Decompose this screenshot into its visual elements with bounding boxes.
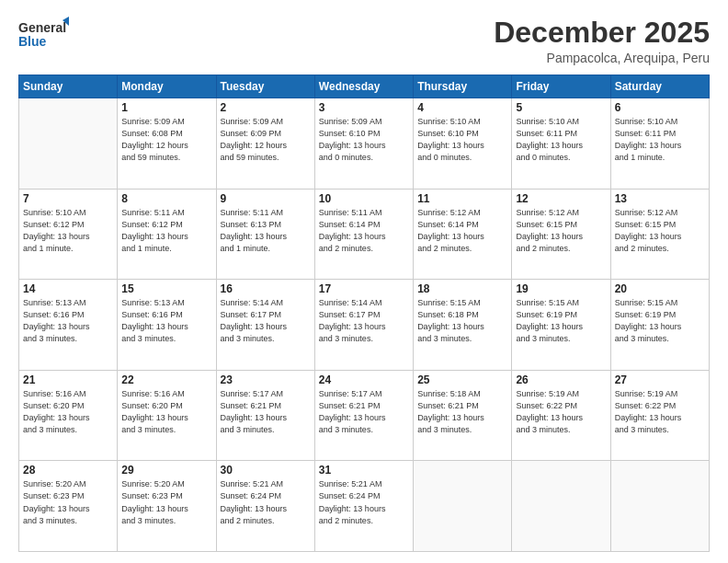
day-info: Sunrise: 5:09 AMSunset: 6:09 PMDaylight:… — [221, 116, 311, 164]
weekday-header: Sunday — [19, 75, 118, 98]
day-info: Sunrise: 5:15 AMSunset: 6:18 PMDaylight:… — [417, 297, 507, 345]
calendar-cell: 13Sunrise: 5:12 AMSunset: 6:15 PMDayligh… — [610, 189, 709, 280]
calendar-cell: 20Sunrise: 5:15 AMSunset: 6:19 PMDayligh… — [610, 280, 709, 371]
day-info: Sunrise: 5:10 AMSunset: 6:10 PMDaylight:… — [417, 116, 507, 164]
day-info: Sunrise: 5:19 AMSunset: 6:22 PMDaylight:… — [615, 388, 705, 436]
calendar-cell: 7Sunrise: 5:10 AMSunset: 6:12 PMDaylight… — [19, 189, 118, 280]
day-info: Sunrise: 5:10 AMSunset: 6:12 PMDaylight:… — [23, 207, 113, 255]
sub-title: Pampacolca, Arequipa, Peru — [494, 51, 710, 65]
calendar-week-row: 7Sunrise: 5:10 AMSunset: 6:12 PMDaylight… — [19, 189, 710, 280]
logo-general: General — [18, 20, 66, 35]
calendar-cell: 27Sunrise: 5:19 AMSunset: 6:22 PMDayligh… — [610, 370, 709, 461]
calendar-cell: 23Sunrise: 5:17 AMSunset: 6:21 PMDayligh… — [216, 370, 314, 461]
weekday-header: Monday — [118, 75, 216, 98]
day-info: Sunrise: 5:19 AMSunset: 6:22 PMDaylight:… — [516, 388, 606, 436]
day-info: Sunrise: 5:10 AMSunset: 6:11 PMDaylight:… — [516, 116, 606, 164]
calendar-cell: 1Sunrise: 5:09 AMSunset: 6:08 PMDaylight… — [118, 98, 216, 190]
day-number: 24 — [319, 373, 409, 386]
main-title: December 2025 — [494, 17, 710, 49]
day-number: 23 — [221, 373, 311, 386]
day-number: 1 — [121, 101, 211, 114]
day-number: 7 — [23, 192, 113, 205]
day-number: 28 — [23, 464, 113, 477]
day-info: Sunrise: 5:16 AMSunset: 6:20 PMDaylight:… — [121, 388, 211, 436]
day-info: Sunrise: 5:12 AMSunset: 6:15 PMDaylight:… — [615, 207, 705, 255]
calendar-cell: 8Sunrise: 5:11 AMSunset: 6:12 PMDaylight… — [118, 189, 216, 280]
calendar-cell: 11Sunrise: 5:12 AMSunset: 6:14 PMDayligh… — [414, 189, 512, 280]
day-info: Sunrise: 5:15 AMSunset: 6:19 PMDaylight:… — [615, 297, 705, 345]
day-number: 5 — [516, 101, 606, 114]
calendar-week-row: 1Sunrise: 5:09 AMSunset: 6:08 PMDaylight… — [19, 98, 710, 190]
day-number: 13 — [615, 192, 705, 205]
day-number: 4 — [417, 101, 507, 114]
day-info: Sunrise: 5:14 AMSunset: 6:17 PMDaylight:… — [319, 297, 409, 345]
day-info: Sunrise: 5:21 AMSunset: 6:24 PMDaylight:… — [319, 478, 409, 526]
calendar-cell: 30Sunrise: 5:21 AMSunset: 6:24 PMDayligh… — [216, 461, 314, 552]
day-info: Sunrise: 5:11 AMSunset: 6:12 PMDaylight:… — [121, 207, 211, 255]
calendar-cell: 28Sunrise: 5:20 AMSunset: 6:23 PMDayligh… — [19, 461, 118, 552]
day-number: 22 — [121, 373, 211, 386]
calendar-cell: 19Sunrise: 5:15 AMSunset: 6:19 PMDayligh… — [512, 280, 610, 371]
day-number: 9 — [221, 192, 311, 205]
calendar-cell: 31Sunrise: 5:21 AMSunset: 6:24 PMDayligh… — [314, 461, 413, 552]
title-block: December 2025 Pampacolca, Arequipa, Peru — [494, 17, 710, 65]
day-number: 26 — [516, 373, 606, 386]
weekday-header: Wednesday — [314, 75, 413, 98]
calendar-cell: 29Sunrise: 5:20 AMSunset: 6:23 PMDayligh… — [118, 461, 216, 552]
day-number: 17 — [319, 282, 409, 295]
calendar-cell: 15Sunrise: 5:13 AMSunset: 6:16 PMDayligh… — [118, 280, 216, 371]
day-info: Sunrise: 5:12 AMSunset: 6:14 PMDaylight:… — [417, 207, 507, 255]
day-info: Sunrise: 5:13 AMSunset: 6:16 PMDaylight:… — [23, 297, 113, 345]
calendar-cell: 26Sunrise: 5:19 AMSunset: 6:22 PMDayligh… — [512, 370, 610, 461]
calendar-cell: 17Sunrise: 5:14 AMSunset: 6:17 PMDayligh… — [314, 280, 413, 371]
day-number: 25 — [417, 373, 507, 386]
day-info: Sunrise: 5:15 AMSunset: 6:19 PMDaylight:… — [516, 297, 606, 345]
day-info: Sunrise: 5:10 AMSunset: 6:11 PMDaylight:… — [615, 116, 705, 164]
calendar-cell: 24Sunrise: 5:17 AMSunset: 6:21 PMDayligh… — [314, 370, 413, 461]
day-info: Sunrise: 5:12 AMSunset: 6:15 PMDaylight:… — [516, 207, 606, 255]
calendar-cell: 5Sunrise: 5:10 AMSunset: 6:11 PMDaylight… — [512, 98, 610, 190]
calendar-cell: 2Sunrise: 5:09 AMSunset: 6:09 PMDaylight… — [216, 98, 314, 190]
calendar-cell: 10Sunrise: 5:11 AMSunset: 6:14 PMDayligh… — [314, 189, 413, 280]
day-number: 21 — [23, 373, 113, 386]
logo-svg: General Blue — [18, 17, 69, 52]
calendar-week-row: 28Sunrise: 5:20 AMSunset: 6:23 PMDayligh… — [19, 461, 710, 552]
logo-blue: Blue — [18, 34, 47, 49]
day-number: 16 — [221, 282, 311, 295]
day-number: 31 — [319, 464, 409, 477]
day-info: Sunrise: 5:13 AMSunset: 6:16 PMDaylight:… — [121, 297, 211, 345]
calendar-header-row: SundayMondayTuesdayWednesdayThursdayFrid… — [19, 75, 710, 98]
day-number: 8 — [121, 192, 211, 205]
day-number: 29 — [121, 464, 211, 477]
weekday-header: Friday — [512, 75, 610, 98]
calendar-table: SundayMondayTuesdayWednesdayThursdayFrid… — [18, 75, 710, 552]
day-number: 15 — [121, 282, 211, 295]
calendar-cell: 12Sunrise: 5:12 AMSunset: 6:15 PMDayligh… — [512, 189, 610, 280]
day-number: 19 — [516, 282, 606, 295]
day-number: 11 — [417, 192, 507, 205]
calendar-cell — [610, 461, 709, 552]
calendar-cell: 21Sunrise: 5:16 AMSunset: 6:20 PMDayligh… — [19, 370, 118, 461]
day-number: 3 — [319, 101, 409, 114]
weekday-header: Saturday — [610, 75, 709, 98]
page: General Blue December 2025 Pampacolca, A… — [0, 0, 728, 563]
day-info: Sunrise: 5:21 AMSunset: 6:24 PMDaylight:… — [221, 478, 311, 526]
day-number: 2 — [221, 101, 311, 114]
calendar-cell: 16Sunrise: 5:14 AMSunset: 6:17 PMDayligh… — [216, 280, 314, 371]
calendar-cell — [414, 461, 512, 552]
calendar-cell — [19, 98, 118, 190]
calendar-cell: 22Sunrise: 5:16 AMSunset: 6:20 PMDayligh… — [118, 370, 216, 461]
calendar-week-row: 14Sunrise: 5:13 AMSunset: 6:16 PMDayligh… — [19, 280, 710, 371]
calendar-cell: 18Sunrise: 5:15 AMSunset: 6:18 PMDayligh… — [414, 280, 512, 371]
logo: General Blue — [18, 17, 69, 52]
day-info: Sunrise: 5:20 AMSunset: 6:23 PMDaylight:… — [23, 478, 113, 526]
calendar-cell: 3Sunrise: 5:09 AMSunset: 6:10 PMDaylight… — [314, 98, 413, 190]
calendar-cell: 14Sunrise: 5:13 AMSunset: 6:16 PMDayligh… — [19, 280, 118, 371]
day-info: Sunrise: 5:11 AMSunset: 6:14 PMDaylight:… — [319, 207, 409, 255]
day-info: Sunrise: 5:16 AMSunset: 6:20 PMDaylight:… — [23, 388, 113, 436]
day-info: Sunrise: 5:17 AMSunset: 6:21 PMDaylight:… — [319, 388, 409, 436]
calendar-cell: 4Sunrise: 5:10 AMSunset: 6:10 PMDaylight… — [414, 98, 512, 190]
calendar-cell: 6Sunrise: 5:10 AMSunset: 6:11 PMDaylight… — [610, 98, 709, 190]
calendar-cell: 9Sunrise: 5:11 AMSunset: 6:13 PMDaylight… — [216, 189, 314, 280]
day-number: 20 — [615, 282, 705, 295]
